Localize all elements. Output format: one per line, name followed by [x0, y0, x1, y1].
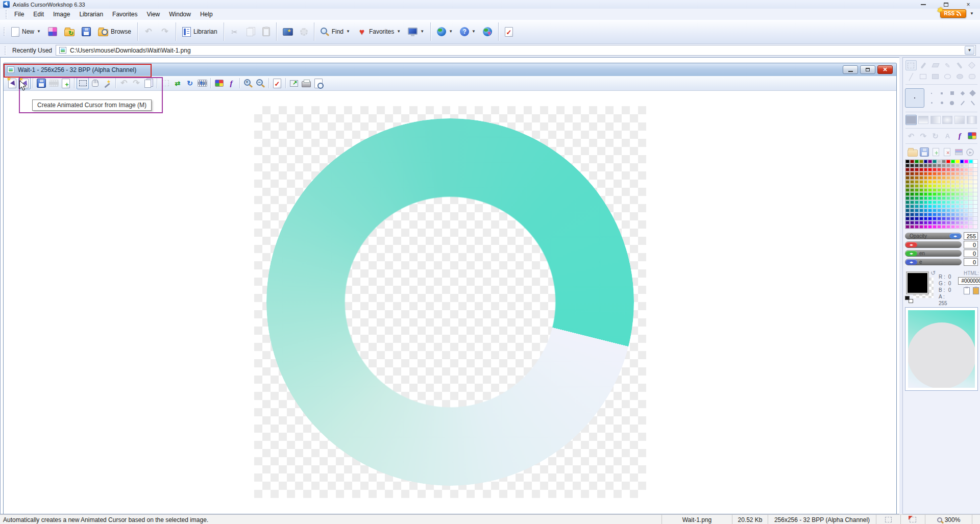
palette-color[interactable] — [942, 196, 946, 200]
favorites-button[interactable]: ♥Favorites▼ — [354, 21, 404, 42]
palette-color[interactable] — [928, 209, 932, 212]
palette-color[interactable] — [915, 180, 919, 184]
palette-color[interactable] — [915, 196, 919, 200]
tool-palette-add[interactable]: + — [930, 147, 941, 157]
palette-color[interactable] — [946, 164, 950, 167]
menu-image[interactable]: Image — [48, 9, 75, 19]
palette-color[interactable] — [946, 196, 950, 200]
tool-eraser[interactable] — [930, 60, 941, 70]
palette-color[interactable] — [946, 217, 950, 220]
palette-color[interactable] — [942, 184, 946, 188]
palette-color[interactable] — [969, 217, 973, 220]
palette-color[interactable] — [946, 176, 950, 180]
palette-color[interactable] — [951, 184, 955, 188]
palette-color[interactable] — [951, 180, 955, 184]
paste-color-icon[interactable] — [973, 287, 979, 294]
tool-rotate-left[interactable]: ↶ — [905, 131, 917, 141]
palette-color[interactable] — [951, 188, 955, 192]
filmstrip-rotate-button[interactable]: ↻ — [196, 78, 208, 89]
palette-color[interactable] — [933, 221, 937, 224]
palette-color[interactable] — [924, 172, 928, 176]
palette-color[interactable] — [951, 205, 955, 208]
palette-color[interactable] — [933, 196, 937, 200]
palette-color[interactable] — [960, 196, 964, 200]
palette-color[interactable] — [973, 184, 977, 188]
color-palette-button[interactable] — [213, 78, 225, 89]
palette-color[interactable] — [955, 196, 960, 200]
menu-librarian[interactable]: Librarian — [75, 9, 108, 19]
fill-gradient-double[interactable] — [966, 115, 977, 125]
palette-color[interactable] — [942, 209, 946, 212]
palette-color[interactable] — [937, 192, 941, 196]
palette-color[interactable] — [937, 209, 941, 212]
tool-text[interactable]: A — [942, 131, 953, 141]
palette-color[interactable] — [960, 168, 964, 171]
palette-color[interactable] — [973, 213, 977, 216]
palette-color[interactable] — [955, 201, 960, 204]
palette-color[interactable] — [973, 205, 977, 208]
palette-color[interactable] — [946, 184, 950, 188]
menu-view[interactable]: View — [142, 9, 164, 19]
palette-color[interactable] — [973, 201, 977, 204]
palette-color[interactable] — [942, 201, 946, 204]
palette-color[interactable] — [946, 172, 950, 176]
brush-size-preview[interactable] — [905, 88, 924, 108]
palette-color[interactable] — [919, 196, 923, 200]
doc-restore-button[interactable] — [860, 65, 875, 74]
palette-color[interactable] — [915, 172, 919, 176]
palette-color[interactable] — [960, 209, 964, 212]
palette-color[interactable] — [905, 184, 910, 188]
palette-color[interactable] — [905, 201, 910, 204]
palette-color[interactable] — [973, 192, 977, 196]
recently-used-combobox[interactable]: C:\Users\mouse\Downloads\Wait\Wait-1.png… — [56, 45, 976, 56]
palette-color[interactable] — [924, 217, 928, 220]
palette-color[interactable] — [910, 164, 914, 167]
palette-color[interactable] — [910, 176, 914, 180]
combo-dropdown-button[interactable]: ▼ — [965, 46, 974, 55]
palette-color[interactable] — [973, 164, 977, 167]
brush-size-option[interactable] — [941, 92, 943, 94]
palette-color[interactable] — [905, 217, 910, 220]
menu-help[interactable]: Help — [195, 9, 217, 19]
select-rectangle-button[interactable] — [77, 78, 89, 89]
palette-color[interactable] — [951, 225, 955, 229]
palette-color[interactable] — [928, 205, 932, 208]
palette-color[interactable] — [942, 180, 946, 184]
menu-favorites[interactable]: Favorites — [108, 9, 142, 19]
palette-color[interactable] — [937, 168, 941, 171]
palette-color[interactable] — [946, 168, 950, 171]
palette-color[interactable] — [951, 176, 955, 180]
palette-color[interactable] — [969, 180, 973, 184]
palette-color[interactable] — [964, 217, 968, 220]
palette-color[interactable] — [933, 168, 937, 171]
palette-color[interactable] — [969, 164, 973, 167]
palette-color[interactable] — [933, 172, 937, 176]
palette-color[interactable] — [905, 176, 910, 180]
create-cursor-from-image-button[interactable] — [6, 78, 18, 89]
palette-color[interactable] — [969, 160, 973, 163]
palette-color[interactable] — [910, 172, 914, 176]
palette-color[interactable] — [960, 217, 964, 220]
palette-color[interactable] — [924, 180, 928, 184]
green-slider-thumb[interactable]: ◂▸ — [905, 251, 917, 256]
palette-color[interactable] — [915, 201, 919, 204]
palette-color[interactable] — [910, 205, 914, 208]
palette-color[interactable] — [924, 168, 928, 171]
find-button[interactable]: Find▼ — [317, 21, 354, 42]
red-value[interactable]: 0 — [964, 241, 978, 248]
palette-color[interactable] — [915, 221, 919, 224]
menu-file[interactable]: File — [10, 9, 29, 19]
menu-edit[interactable]: Edit — [29, 9, 48, 19]
dropdown-arrow[interactable]: ▼ — [346, 30, 350, 34]
copy-color-icon[interactable] — [964, 287, 970, 294]
palette-color[interactable] — [937, 225, 941, 229]
palette-color[interactable] — [910, 160, 914, 163]
palette-color[interactable] — [919, 184, 923, 188]
palette-color[interactable] — [951, 160, 955, 163]
tool-rounded-rectangle[interactable] — [966, 71, 977, 82]
palette-color[interactable] — [942, 176, 946, 180]
palette-color[interactable] — [964, 180, 968, 184]
brush-size-option[interactable] — [931, 93, 932, 94]
palette-color[interactable] — [960, 213, 964, 216]
brush-size-option[interactable] — [970, 90, 976, 96]
